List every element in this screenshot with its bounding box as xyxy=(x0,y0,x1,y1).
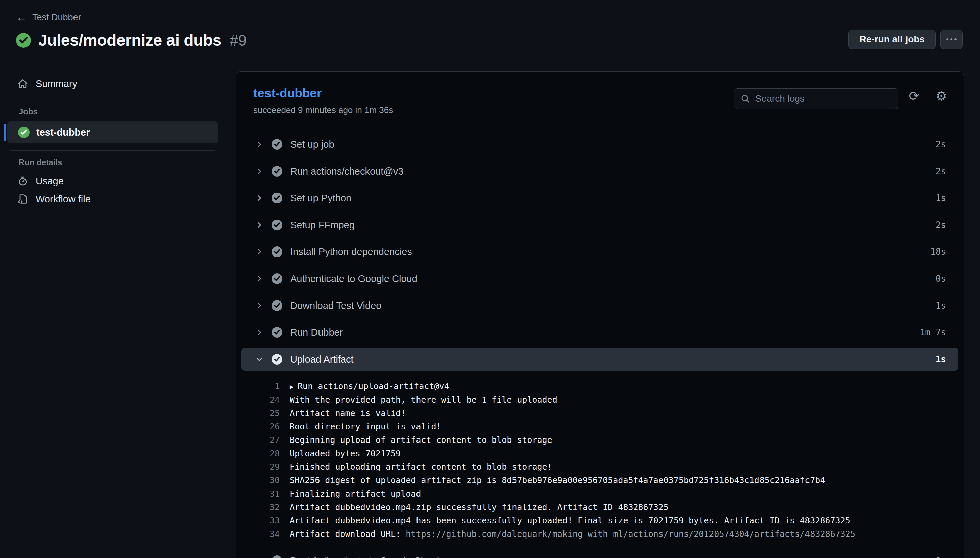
log-line-text: Artifact name is valid! xyxy=(290,408,406,418)
log-line-number[interactable]: 33 xyxy=(236,516,280,525)
log-line[interactable]: 32 Artifact dubbedvideo.mp4.zip successf… xyxy=(236,500,964,514)
step-label: Run Dubber xyxy=(290,327,343,338)
step-label: Authenticate to Google Cloud xyxy=(290,273,418,284)
step-duration: 1s xyxy=(936,354,946,364)
log-line-text: Artifact dubbedvideo.mp4 has been succes… xyxy=(290,516,851,525)
log-line-number[interactable]: 34 xyxy=(236,529,280,539)
sidebar-item-summary[interactable]: Summary xyxy=(7,74,218,93)
chevron-right-icon xyxy=(255,248,264,256)
step-duration: 2s xyxy=(936,166,946,176)
chevron-right-icon xyxy=(255,221,264,229)
stopwatch-icon xyxy=(18,176,28,186)
log-line-number[interactable]: 30 xyxy=(236,475,280,485)
log-line-text: SHA256 digest of uploaded artifact zip i… xyxy=(290,475,825,485)
log-settings-gear-icon[interactable]: ⚙ xyxy=(936,90,947,102)
step-row-setup-ffmpeg[interactable]: Setup FFmpeg 2s xyxy=(236,212,964,238)
job-status-line: succeeded 9 minutes ago in 1m 36s xyxy=(253,105,393,115)
step-row-set-up-job[interactable]: Set up job 2s xyxy=(236,131,964,158)
step-row-set-up-python[interactable]: Set up Python 1s xyxy=(236,185,964,212)
log-line[interactable]: 25 Artifact name is valid! xyxy=(236,406,964,420)
step-success-check-icon xyxy=(272,139,282,150)
step-duration: 1s xyxy=(936,193,946,203)
log-line[interactable]: 29 Finished uploading artifact content t… xyxy=(236,460,964,473)
log-group-play-icon[interactable]: ▶ xyxy=(290,383,294,391)
search-logs-input[interactable] xyxy=(755,94,892,104)
breadcrumb[interactable]: ← Test Dubber xyxy=(16,12,247,23)
sidebar-item-workflow-file[interactable]: Workflow file xyxy=(7,190,218,208)
chevron-down-icon xyxy=(255,355,264,364)
page-title: Jules/modernize ai dubs xyxy=(38,31,221,49)
log-line-number[interactable]: 25 xyxy=(236,408,280,418)
log-line[interactable]: 33 Artifact dubbedvideo.mp4 has been suc… xyxy=(236,514,964,527)
log-line[interactable]: 30 SHA256 digest of uploaded artifact zi… xyxy=(236,473,964,487)
step-row-upload-artifact-expanded[interactable]: Upload Artifact 1s xyxy=(241,348,958,371)
step-row-authenticate-google-cloud[interactable]: Authenticate to Google Cloud 0s xyxy=(236,265,964,292)
step-success-check-icon xyxy=(272,354,282,364)
back-arrow-icon[interactable]: ← xyxy=(16,12,27,23)
run-status-check-icon xyxy=(16,33,31,48)
refresh-logs-icon[interactable]: ⟳ xyxy=(908,90,919,102)
step-label: Install Python dependencies xyxy=(290,246,412,258)
sidebar-item-usage[interactable]: Usage xyxy=(7,172,218,190)
step-duration: 2s xyxy=(936,220,946,230)
sidebar-workflow-file-label: Workflow file xyxy=(36,194,91,205)
step-duration: 2s xyxy=(936,140,946,149)
log-line-number[interactable]: 32 xyxy=(236,502,280,512)
step-label: Set up job xyxy=(290,139,334,150)
breadcrumb-label[interactable]: Test Dubber xyxy=(32,12,81,23)
log-line-text: Root directory input is valid! xyxy=(290,422,441,432)
sidebar-divider xyxy=(10,150,215,151)
log-line-number[interactable]: 31 xyxy=(236,489,280,499)
chevron-right-icon xyxy=(255,556,264,558)
step-label: Upload Artifact xyxy=(290,354,354,365)
log-line[interactable]: 1 ▶Run actions/upload-artifact@v4 xyxy=(236,379,964,393)
chevron-right-icon xyxy=(255,194,264,202)
log-line[interactable]: 24 With the provided path, there will be… xyxy=(236,393,964,406)
job-panel-header: test-dubber succeeded 9 minutes ago in 1… xyxy=(236,72,964,126)
job-log-panel: test-dubber succeeded 9 minutes ago in 1… xyxy=(236,71,964,558)
log-line-text: With the provided path, there will be 1 … xyxy=(290,395,557,405)
step-label: Post Authenticate to Google Cloud xyxy=(290,555,439,558)
step-log-output: 1 ▶Run actions/upload-artifact@v4 24 Wit… xyxy=(236,371,964,540)
log-line-number[interactable]: 27 xyxy=(236,435,280,445)
chevron-right-icon xyxy=(255,167,264,176)
log-line-text: Beginning upload of artifact content to … xyxy=(290,435,552,445)
step-success-check-icon xyxy=(272,220,282,230)
sidebar-item-job-test-dubber[interactable]: test-dubber xyxy=(7,121,218,143)
artifact-download-url-link[interactable]: https://github.com/dalequark/making_with… xyxy=(406,529,855,539)
step-label: Set up Python xyxy=(290,193,351,204)
step-success-check-icon xyxy=(272,555,282,558)
log-line[interactable]: 34 Artifact download URL: https://github… xyxy=(236,527,964,540)
log-line-number[interactable]: 26 xyxy=(236,422,280,432)
job-title-link[interactable]: test-dubber xyxy=(253,86,322,100)
home-icon xyxy=(18,78,28,89)
step-success-check-icon xyxy=(272,300,282,311)
log-line-text: Artifact download URL: xyxy=(290,529,406,539)
sidebar-summary-label: Summary xyxy=(36,78,77,89)
steps-list: Set up job 2s Run actions/checkout@v3 2s… xyxy=(236,126,964,558)
step-row-download-test-video[interactable]: Download Test Video 1s xyxy=(236,292,964,319)
log-line-number[interactable]: 29 xyxy=(236,462,280,472)
log-line-number[interactable]: 24 xyxy=(236,395,280,405)
more-options-button[interactable]: ••• xyxy=(941,30,962,49)
log-line[interactable]: 27 Beginning upload of artifact content … xyxy=(236,433,964,446)
step-row-install-python-dependencies[interactable]: Install Python dependencies 18s xyxy=(236,238,964,265)
log-line-text: Artifact dubbedvideo.mp4.zip successfull… xyxy=(290,502,669,512)
log-line-number[interactable]: 28 xyxy=(236,448,280,458)
rerun-all-jobs-button[interactable]: Re-run all jobs xyxy=(849,30,936,49)
chevron-right-icon xyxy=(255,301,264,310)
step-row-run-dubber[interactable]: Run Dubber 1m 7s xyxy=(236,319,964,346)
log-line-number[interactable]: 1 xyxy=(236,381,280,391)
file-code-icon xyxy=(18,194,28,205)
step-row-checkout[interactable]: Run actions/checkout@v3 2s xyxy=(236,158,964,185)
step-duration: 1m 7s xyxy=(920,327,946,337)
search-logs-box[interactable] xyxy=(734,88,898,109)
log-line[interactable]: 31 Finalizing artifact upload xyxy=(236,487,964,500)
step-label: Setup FFmpeg xyxy=(290,220,355,231)
log-line-text: Uploaded bytes 7021759 xyxy=(290,448,401,458)
sidebar: Summary Jobs test-dubber Run details Usa… xyxy=(7,74,218,208)
step-row-post-authenticate-google-cloud[interactable]: Post Authenticate to Google Cloud 0s xyxy=(236,547,964,558)
log-line[interactable]: 26 Root directory input is valid! xyxy=(236,420,964,433)
log-line[interactable]: 28 Uploaded bytes 7021759 xyxy=(236,446,964,460)
run-title-row: Jules/modernize ai dubs #9 xyxy=(16,31,247,49)
